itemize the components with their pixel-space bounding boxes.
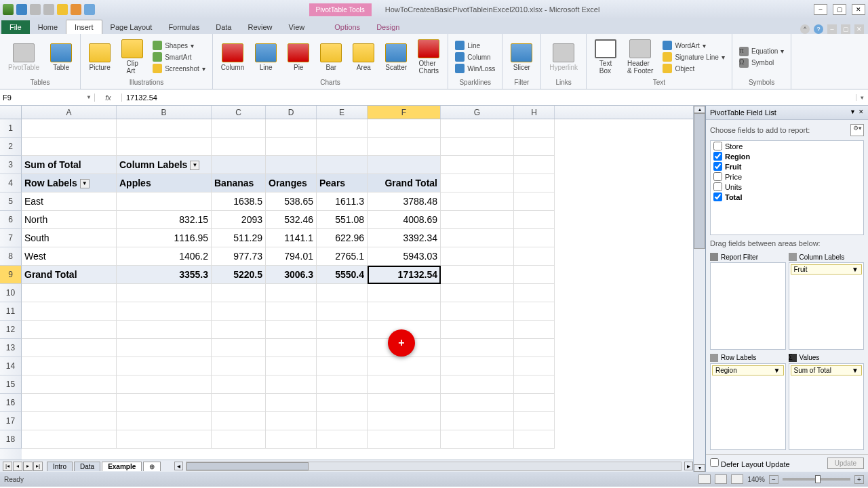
row-header-9[interactable]: 9	[0, 266, 22, 284]
field-total[interactable]: Total	[711, 192, 863, 202]
other-charts-button[interactable]: Other Charts	[414, 38, 443, 76]
tab-nav-prev[interactable]: ◂	[13, 462, 22, 471]
tab-view[interactable]: View	[281, 20, 313, 34]
page-break-view-button[interactable]	[731, 474, 743, 484]
doc-min-icon[interactable]: –	[827, 24, 837, 34]
col-header-H[interactable]: H	[514, 106, 555, 119]
select-all-corner[interactable]	[0, 106, 22, 119]
pie-chart-button[interactable]: Pie	[283, 42, 313, 73]
textbox-button[interactable]: Text Box	[591, 38, 620, 76]
doc-max-icon[interactable]: ▢	[841, 24, 850, 34]
hscroll-right[interactable]: ▸	[684, 462, 693, 470]
tab-formulas[interactable]: Formulas	[160, 20, 208, 34]
field-list-layout-button[interactable]: ⚙▾	[850, 124, 864, 136]
field-units[interactable]: Units	[711, 182, 863, 192]
undo-icon[interactable]	[30, 4, 41, 15]
field-store[interactable]: Store	[711, 141, 863, 151]
hscroll-left[interactable]: ◂	[174, 462, 183, 470]
row-header-15[interactable]: 15	[0, 375, 22, 394]
col-header-A[interactable]: A	[22, 106, 117, 119]
namebox-dropdown-icon[interactable]: ▼	[86, 94, 92, 100]
row-header-12[interactable]: 12	[0, 321, 22, 339]
save-icon[interactable]	[16, 4, 27, 15]
area-values[interactable]: Sum of Total▼	[789, 363, 865, 451]
values-item[interactable]: Sum of Total▼	[791, 365, 863, 375]
sparkline-column-button[interactable]: Column	[452, 52, 498, 62]
column-chart-button[interactable]: Column	[217, 42, 248, 73]
field-fruit[interactable]: Fruit	[711, 161, 863, 171]
redo-icon[interactable]	[43, 4, 54, 15]
row-header-3[interactable]: 3	[0, 156, 22, 174]
row-labels-dropdown[interactable]: ▼	[80, 179, 90, 188]
qat-icon-3[interactable]	[84, 4, 95, 15]
hscroll-track[interactable]	[186, 462, 682, 471]
tab-design[interactable]: Design	[368, 20, 408, 34]
row-header-14[interactable]: 14	[0, 357, 22, 375]
row-labels-item[interactable]: Region▼	[712, 365, 784, 375]
tab-home[interactable]: Home	[30, 20, 66, 34]
signature-button[interactable]: Signature Line ▾	[660, 52, 728, 62]
vscroll-down[interactable]: ▾	[694, 464, 705, 472]
row-header-1[interactable]: 1	[0, 119, 22, 138]
row-header-13[interactable]: 13	[0, 339, 22, 357]
col-header-D[interactable]: D	[266, 106, 317, 119]
col-header-C[interactable]: C	[212, 106, 266, 119]
symbol-button[interactable]: ΩSymbol	[736, 58, 787, 68]
close-button[interactable]: ✕	[852, 4, 865, 15]
normal-view-button[interactable]	[698, 474, 711, 484]
cells-grid[interactable]: Sum of TotalColumn Labels▼Row Labels▼App…	[22, 119, 693, 460]
area-chart-button[interactable]: Area	[349, 42, 378, 73]
row-header-11[interactable]: 11	[0, 302, 22, 321]
clipart-button[interactable]: Clip Art	[117, 38, 147, 76]
new-sheet-button[interactable]: ⊕	[143, 462, 161, 471]
smartart-button[interactable]: SmartArt	[150, 52, 208, 62]
line-chart-button[interactable]: Line	[251, 42, 281, 73]
tab-nav-next[interactable]: ▸	[23, 462, 33, 471]
sheet-tab-data[interactable]: Data	[74, 462, 100, 471]
tab-data[interactable]: Data	[208, 20, 239, 34]
sparkline-line-button[interactable]: Line	[452, 40, 498, 51]
vscroll-track[interactable]	[694, 113, 705, 464]
row-header-16[interactable]: 16	[0, 394, 22, 412]
slicer-button[interactable]: Slicer	[507, 42, 536, 73]
column-labels-item[interactable]: Fruit▼	[791, 264, 863, 274]
shapes-button[interactable]: Shapes ▾	[150, 40, 208, 51]
sheet-tab-intro[interactable]: Intro	[47, 462, 73, 471]
tab-nav-first[interactable]: |◂	[3, 462, 12, 471]
row-header-2[interactable]: 2	[0, 138, 22, 156]
row-header-18[interactable]: 18	[0, 430, 22, 449]
vscroll-up[interactable]: ▴	[694, 106, 705, 113]
zoom-thumb[interactable]	[815, 475, 821, 483]
zoom-level[interactable]: 140%	[747, 476, 765, 483]
table-button[interactable]: Table	[46, 42, 76, 73]
defer-update-checkbox[interactable]: Defer Layout Update	[710, 458, 790, 468]
fx-button[interactable]: fx	[95, 94, 122, 102]
page-layout-view-button[interactable]	[715, 474, 727, 484]
zoom-slider[interactable]	[783, 478, 850, 481]
tab-nav-last[interactable]: ▸|	[33, 462, 43, 471]
col-header-B[interactable]: B	[117, 106, 212, 119]
update-button[interactable]: Update	[827, 458, 864, 469]
qat-icon-1[interactable]	[57, 4, 68, 15]
hscroll-thumb[interactable]	[186, 462, 309, 470]
zoom-in-button[interactable]: +	[854, 475, 864, 484]
zoom-out-button[interactable]: −	[769, 475, 778, 484]
area-row-labels[interactable]: Region▼	[710, 363, 786, 451]
row-header-4[interactable]: 4	[0, 174, 22, 192]
sparkline-winloss-button[interactable]: Win/Loss	[452, 63, 498, 74]
picture-button[interactable]: Picture	[85, 42, 115, 73]
field-price[interactable]: Price	[711, 171, 863, 182]
area-column-labels[interactable]: Fruit▼	[789, 262, 865, 350]
tab-review[interactable]: Review	[239, 20, 280, 34]
tab-insert[interactable]: Insert	[66, 20, 102, 34]
area-report-filter[interactable]	[710, 262, 786, 350]
row-header-7[interactable]: 7	[0, 229, 22, 247]
minimize-button[interactable]: –	[814, 4, 827, 15]
dropdown-icon[interactable]: ▼	[774, 367, 781, 374]
name-box[interactable]: F9▼	[0, 94, 95, 102]
dropdown-icon[interactable]: ▼	[852, 266, 859, 273]
help-icon[interactable]: ?	[814, 24, 823, 34]
row-header-10[interactable]: 10	[0, 284, 22, 302]
equation-button[interactable]: πEquation ▾	[736, 46, 787, 57]
object-button[interactable]: Object	[660, 63, 728, 74]
